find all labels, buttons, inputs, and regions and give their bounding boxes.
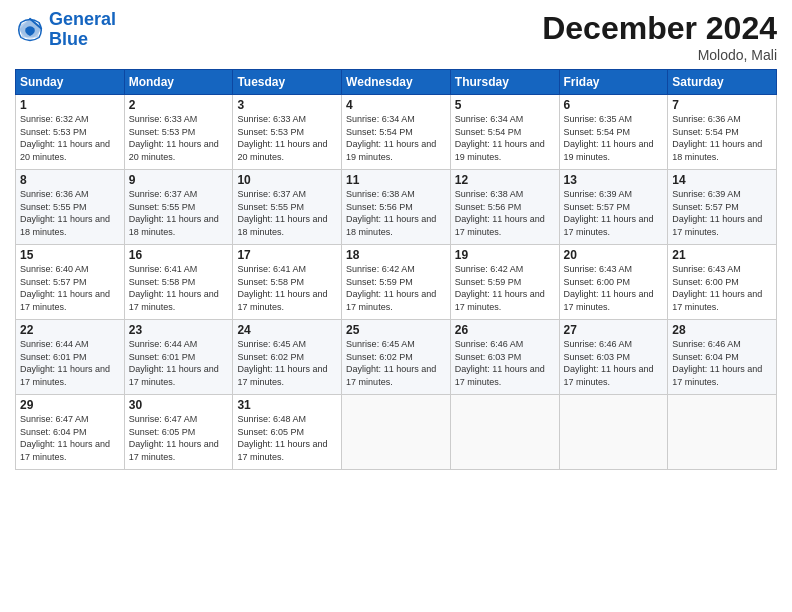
- day-number: 24: [237, 323, 337, 337]
- day-number: 20: [564, 248, 664, 262]
- day-number: 17: [237, 248, 337, 262]
- logo-line1: General: [49, 9, 116, 29]
- day-info: Sunrise: 6:36 AM Sunset: 5:54 PM Dayligh…: [672, 113, 772, 163]
- day-cell: [668, 395, 777, 470]
- day-number: 22: [20, 323, 120, 337]
- day-info: Sunrise: 6:32 AM Sunset: 5:53 PM Dayligh…: [20, 113, 120, 163]
- day-number: 10: [237, 173, 337, 187]
- week-row-1: 1 Sunrise: 6:32 AM Sunset: 5:53 PM Dayli…: [16, 95, 777, 170]
- day-number: 25: [346, 323, 446, 337]
- day-cell: 6 Sunrise: 6:35 AM Sunset: 5:54 PM Dayli…: [559, 95, 668, 170]
- title-block: December 2024 Molodo, Mali: [542, 10, 777, 63]
- day-cell: [559, 395, 668, 470]
- day-info: Sunrise: 6:46 AM Sunset: 6:03 PM Dayligh…: [455, 338, 555, 388]
- week-row-4: 22 Sunrise: 6:44 AM Sunset: 6:01 PM Dayl…: [16, 320, 777, 395]
- day-cell: 1 Sunrise: 6:32 AM Sunset: 5:53 PM Dayli…: [16, 95, 125, 170]
- day-number: 3: [237, 98, 337, 112]
- header: General Blue December 2024 Molodo, Mali: [15, 10, 777, 63]
- day-cell: 2 Sunrise: 6:33 AM Sunset: 5:53 PM Dayli…: [124, 95, 233, 170]
- day-cell: 30 Sunrise: 6:47 AM Sunset: 6:05 PM Dayl…: [124, 395, 233, 470]
- logo-icon: [15, 15, 45, 45]
- col-sunday: Sunday: [16, 70, 125, 95]
- day-cell: 26 Sunrise: 6:46 AM Sunset: 6:03 PM Dayl…: [450, 320, 559, 395]
- week-row-3: 15 Sunrise: 6:40 AM Sunset: 5:57 PM Dayl…: [16, 245, 777, 320]
- col-monday: Monday: [124, 70, 233, 95]
- day-number: 30: [129, 398, 229, 412]
- day-number: 13: [564, 173, 664, 187]
- subtitle: Molodo, Mali: [542, 47, 777, 63]
- week-row-2: 8 Sunrise: 6:36 AM Sunset: 5:55 PM Dayli…: [16, 170, 777, 245]
- day-info: Sunrise: 6:42 AM Sunset: 5:59 PM Dayligh…: [455, 263, 555, 313]
- day-number: 6: [564, 98, 664, 112]
- day-cell: 27 Sunrise: 6:46 AM Sunset: 6:03 PM Dayl…: [559, 320, 668, 395]
- day-info: Sunrise: 6:41 AM Sunset: 5:58 PM Dayligh…: [129, 263, 229, 313]
- day-cell: 7 Sunrise: 6:36 AM Sunset: 5:54 PM Dayli…: [668, 95, 777, 170]
- day-number: 2: [129, 98, 229, 112]
- day-number: 11: [346, 173, 446, 187]
- weekday-row: Sunday Monday Tuesday Wednesday Thursday…: [16, 70, 777, 95]
- logo: General Blue: [15, 10, 116, 50]
- day-number: 4: [346, 98, 446, 112]
- day-info: Sunrise: 6:34 AM Sunset: 5:54 PM Dayligh…: [455, 113, 555, 163]
- day-number: 19: [455, 248, 555, 262]
- day-info: Sunrise: 6:38 AM Sunset: 5:56 PM Dayligh…: [455, 188, 555, 238]
- logo-line2: Blue: [49, 29, 88, 49]
- day-cell: 9 Sunrise: 6:37 AM Sunset: 5:55 PM Dayli…: [124, 170, 233, 245]
- day-number: 27: [564, 323, 664, 337]
- day-cell: 21 Sunrise: 6:43 AM Sunset: 6:00 PM Dayl…: [668, 245, 777, 320]
- day-number: 5: [455, 98, 555, 112]
- day-info: Sunrise: 6:33 AM Sunset: 5:53 PM Dayligh…: [129, 113, 229, 163]
- day-cell: 3 Sunrise: 6:33 AM Sunset: 5:53 PM Dayli…: [233, 95, 342, 170]
- day-info: Sunrise: 6:34 AM Sunset: 5:54 PM Dayligh…: [346, 113, 446, 163]
- page: General Blue December 2024 Molodo, Mali …: [0, 0, 792, 612]
- calendar-header: Sunday Monday Tuesday Wednesday Thursday…: [16, 70, 777, 95]
- day-cell: 23 Sunrise: 6:44 AM Sunset: 6:01 PM Dayl…: [124, 320, 233, 395]
- logo-text: General Blue: [49, 10, 116, 50]
- col-friday: Friday: [559, 70, 668, 95]
- day-cell: 11 Sunrise: 6:38 AM Sunset: 5:56 PM Dayl…: [342, 170, 451, 245]
- day-number: 18: [346, 248, 446, 262]
- day-info: Sunrise: 6:44 AM Sunset: 6:01 PM Dayligh…: [129, 338, 229, 388]
- day-number: 15: [20, 248, 120, 262]
- day-cell: 28 Sunrise: 6:46 AM Sunset: 6:04 PM Dayl…: [668, 320, 777, 395]
- week-row-5: 29 Sunrise: 6:47 AM Sunset: 6:04 PM Dayl…: [16, 395, 777, 470]
- day-cell: 22 Sunrise: 6:44 AM Sunset: 6:01 PM Dayl…: [16, 320, 125, 395]
- day-info: Sunrise: 6:43 AM Sunset: 6:00 PM Dayligh…: [564, 263, 664, 313]
- col-saturday: Saturday: [668, 70, 777, 95]
- day-cell: 20 Sunrise: 6:43 AM Sunset: 6:00 PM Dayl…: [559, 245, 668, 320]
- day-info: Sunrise: 6:44 AM Sunset: 6:01 PM Dayligh…: [20, 338, 120, 388]
- day-info: Sunrise: 6:45 AM Sunset: 6:02 PM Dayligh…: [346, 338, 446, 388]
- day-cell: 10 Sunrise: 6:37 AM Sunset: 5:55 PM Dayl…: [233, 170, 342, 245]
- day-number: 8: [20, 173, 120, 187]
- day-number: 7: [672, 98, 772, 112]
- day-cell: 29 Sunrise: 6:47 AM Sunset: 6:04 PM Dayl…: [16, 395, 125, 470]
- day-number: 16: [129, 248, 229, 262]
- col-tuesday: Tuesday: [233, 70, 342, 95]
- col-wednesday: Wednesday: [342, 70, 451, 95]
- day-info: Sunrise: 6:47 AM Sunset: 6:05 PM Dayligh…: [129, 413, 229, 463]
- day-number: 31: [237, 398, 337, 412]
- day-number: 12: [455, 173, 555, 187]
- day-cell: 19 Sunrise: 6:42 AM Sunset: 5:59 PM Dayl…: [450, 245, 559, 320]
- day-cell: 15 Sunrise: 6:40 AM Sunset: 5:57 PM Dayl…: [16, 245, 125, 320]
- day-info: Sunrise: 6:38 AM Sunset: 5:56 PM Dayligh…: [346, 188, 446, 238]
- day-cell: 16 Sunrise: 6:41 AM Sunset: 5:58 PM Dayl…: [124, 245, 233, 320]
- day-cell: [450, 395, 559, 470]
- day-cell: 18 Sunrise: 6:42 AM Sunset: 5:59 PM Dayl…: [342, 245, 451, 320]
- day-info: Sunrise: 6:36 AM Sunset: 5:55 PM Dayligh…: [20, 188, 120, 238]
- day-info: Sunrise: 6:37 AM Sunset: 5:55 PM Dayligh…: [129, 188, 229, 238]
- day-info: Sunrise: 6:35 AM Sunset: 5:54 PM Dayligh…: [564, 113, 664, 163]
- day-info: Sunrise: 6:40 AM Sunset: 5:57 PM Dayligh…: [20, 263, 120, 313]
- day-number: 14: [672, 173, 772, 187]
- day-cell: 5 Sunrise: 6:34 AM Sunset: 5:54 PM Dayli…: [450, 95, 559, 170]
- day-info: Sunrise: 6:42 AM Sunset: 5:59 PM Dayligh…: [346, 263, 446, 313]
- day-cell: 24 Sunrise: 6:45 AM Sunset: 6:02 PM Dayl…: [233, 320, 342, 395]
- day-cell: 14 Sunrise: 6:39 AM Sunset: 5:57 PM Dayl…: [668, 170, 777, 245]
- day-number: 1: [20, 98, 120, 112]
- day-cell: [342, 395, 451, 470]
- day-cell: 31 Sunrise: 6:48 AM Sunset: 6:05 PM Dayl…: [233, 395, 342, 470]
- day-info: Sunrise: 6:43 AM Sunset: 6:00 PM Dayligh…: [672, 263, 772, 313]
- main-title: December 2024: [542, 10, 777, 47]
- day-number: 23: [129, 323, 229, 337]
- day-cell: 4 Sunrise: 6:34 AM Sunset: 5:54 PM Dayli…: [342, 95, 451, 170]
